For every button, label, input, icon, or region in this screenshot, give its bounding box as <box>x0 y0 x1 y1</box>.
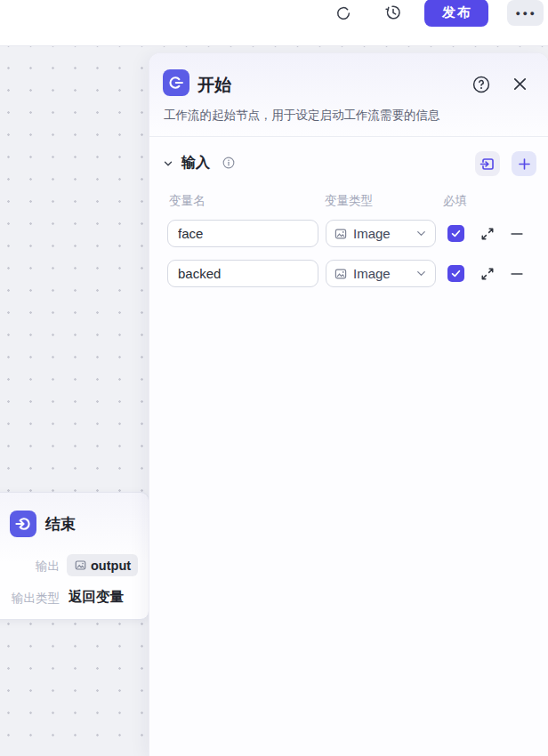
remove-variable-icon[interactable] <box>507 264 526 283</box>
variable-row: Image <box>149 260 548 287</box>
image-icon <box>74 559 87 572</box>
variable-name-input[interactable] <box>167 220 318 247</box>
remove-variable-icon[interactable] <box>507 224 526 243</box>
panel-title: 开始 <box>197 74 231 97</box>
panel-description: 工作流的起始节点，用于设定启动工作流需要的信息 <box>164 108 440 124</box>
variable-type-value: Image <box>353 226 391 241</box>
top-toolbar: 发布 ●●● <box>0 0 548 46</box>
expand-icon[interactable] <box>478 224 496 243</box>
required-checkbox[interactable] <box>447 225 464 242</box>
expand-icon[interactable] <box>478 264 496 283</box>
end-node-icon <box>10 511 36 537</box>
start-node-icon <box>163 69 189 96</box>
output-type-value: 返回变量 <box>68 588 124 607</box>
image-icon <box>334 267 348 281</box>
end-node-card[interactable]: 结束 输出 output 输出类型 返回变量 <box>0 492 149 620</box>
variable-type-value: Image <box>353 266 391 281</box>
image-icon <box>334 227 348 241</box>
column-header-name: 变量名 <box>169 193 206 209</box>
publish-button[interactable]: 发布 <box>424 0 488 27</box>
workflow-editor: 结束 输出 output 输出类型 返回变量 开始 <box>0 0 548 756</box>
more-button[interactable]: ●●● <box>507 0 544 26</box>
chevron-down-icon <box>415 267 428 280</box>
start-node-panel: 开始 工作流的起始节点，用于设定启动工作流需要的信息 输入 <box>149 53 548 756</box>
chevron-down-icon[interactable] <box>162 157 174 170</box>
output-label: 输出 <box>0 559 60 575</box>
variable-row: Image <box>149 220 548 247</box>
input-section-label: 输入 <box>181 154 210 173</box>
end-node-title: 结束 <box>45 514 76 535</box>
output-value-chip: output <box>67 554 138 576</box>
variable-name-input[interactable] <box>167 260 318 287</box>
required-checkbox[interactable] <box>447 265 464 282</box>
refresh-icon[interactable] <box>332 2 355 25</box>
info-icon[interactable] <box>222 156 236 170</box>
import-variables-button[interactable] <box>475 151 500 176</box>
chevron-down-icon <box>415 227 428 240</box>
add-variable-button[interactable] <box>512 151 536 176</box>
output-type-label: 输出类型 <box>0 591 60 607</box>
variable-type-select[interactable]: Image <box>326 220 436 247</box>
column-header-required: 必填 <box>443 193 467 209</box>
output-value: output <box>91 559 131 573</box>
help-icon[interactable] <box>470 73 492 95</box>
history-icon[interactable] <box>382 1 405 24</box>
column-header-type: 变量类型 <box>325 193 373 209</box>
close-icon[interactable] <box>508 72 531 95</box>
variable-type-select[interactable]: Image <box>326 260 436 287</box>
